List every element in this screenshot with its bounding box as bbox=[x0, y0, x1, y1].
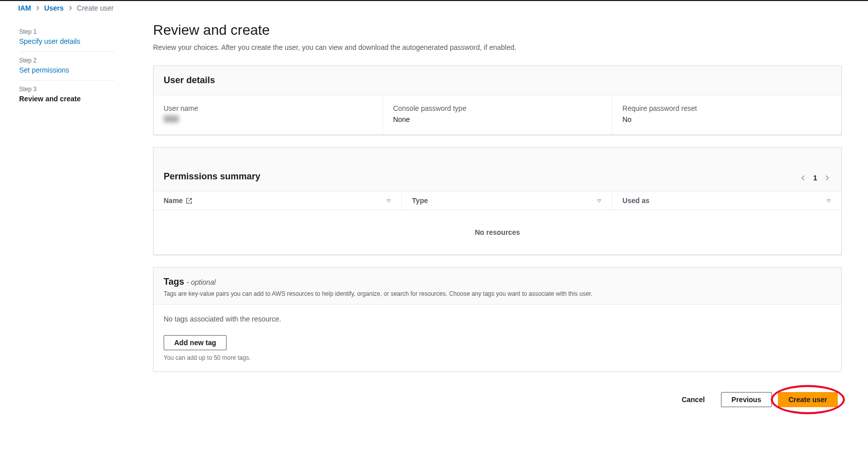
detail-label: User name bbox=[164, 104, 373, 112]
breadcrumb-current: Create user bbox=[77, 4, 114, 12]
tags-hint: You can add up to 50 more tags. bbox=[164, 354, 831, 361]
step-title: Set permissions bbox=[19, 66, 115, 74]
page-title: Review and create bbox=[153, 22, 842, 38]
tags-heading: Tags bbox=[164, 277, 184, 287]
page-subtitle: Review your choices. After you create th… bbox=[153, 43, 842, 51]
col-label: Name bbox=[164, 197, 183, 205]
sort-icon bbox=[826, 198, 831, 203]
col-label: Used as bbox=[622, 197, 649, 205]
require-reset-cell: Require password reset No bbox=[612, 95, 841, 135]
table-empty-message: No resources bbox=[154, 210, 841, 254]
col-used-as[interactable]: Used as bbox=[612, 191, 841, 210]
breadcrumb: IAM Users Create user bbox=[18, 4, 131, 23]
sidebar-step-3: Step 3 Review and create bbox=[19, 81, 115, 109]
chevron-right-icon bbox=[35, 6, 40, 11]
create-user-button[interactable]: Create user bbox=[778, 392, 838, 407]
panel-title: User details bbox=[164, 75, 831, 86]
breadcrumb-iam[interactable]: IAM bbox=[18, 4, 31, 12]
tags-empty-message: No tags associated with the resource. bbox=[164, 315, 831, 323]
step-title: Review and create bbox=[19, 95, 115, 103]
detail-label: Require password reset bbox=[622, 104, 831, 112]
panel-title: Tags - optional bbox=[164, 277, 831, 287]
sort-icon bbox=[386, 198, 391, 203]
permissions-table: Name Type bbox=[154, 191, 841, 254]
col-type[interactable]: Type bbox=[402, 191, 612, 210]
user-details-row: User name Console password type None Req… bbox=[154, 95, 841, 135]
user-name-value bbox=[164, 115, 179, 122]
page-wrapper: IAM Users Create user Step 1 Specify use… bbox=[0, 1, 868, 447]
sidebar-step-2[interactable]: Step 2 Set permissions bbox=[19, 52, 115, 81]
add-new-tag-button[interactable]: Add new tag bbox=[164, 335, 227, 350]
panel-header: Permissions summary 1 bbox=[154, 148, 841, 191]
user-name-cell: User name bbox=[154, 95, 383, 135]
tags-description: Tags are key-value pairs you can add to … bbox=[164, 290, 831, 297]
pagination-prev-icon[interactable] bbox=[799, 174, 807, 182]
chevron-right-icon bbox=[68, 6, 73, 11]
panel-title: Permissions summary bbox=[164, 171, 260, 182]
pagination-page: 1 bbox=[813, 174, 817, 182]
breadcrumb-users[interactable]: Users bbox=[44, 4, 64, 12]
step-label: Step 2 bbox=[19, 57, 115, 64]
step-label: Step 1 bbox=[19, 28, 115, 35]
detail-label: Console password type bbox=[393, 104, 602, 112]
col-name[interactable]: Name bbox=[154, 191, 402, 210]
sort-icon bbox=[597, 198, 602, 203]
step-label: Step 3 bbox=[19, 86, 115, 93]
sidebar-step-1[interactable]: Step 1 Specify user details bbox=[19, 23, 115, 52]
sidebar: IAM Users Create user Step 1 Specify use… bbox=[0, 3, 141, 427]
password-type-value: None bbox=[393, 115, 602, 123]
table-header-row: Name Type bbox=[154, 191, 841, 210]
panel-header: Tags - optional Tags are key-value pairs… bbox=[154, 268, 841, 305]
step-title: Specify user details bbox=[19, 37, 115, 45]
footer-actions: Cancel Previous Create user bbox=[153, 384, 842, 427]
pagination: 1 bbox=[799, 157, 831, 182]
col-label: Type bbox=[412, 197, 428, 205]
permissions-panel: Permissions summary 1 Name bbox=[153, 147, 842, 255]
user-details-panel: User details User name Console password … bbox=[153, 66, 842, 135]
require-reset-value: No bbox=[622, 115, 831, 123]
external-link-icon bbox=[186, 198, 192, 204]
tags-body: No tags associated with the resource. Ad… bbox=[154, 305, 841, 371]
tags-panel: Tags - optional Tags are key-value pairs… bbox=[153, 267, 842, 372]
panel-header: User details bbox=[154, 66, 841, 95]
previous-button[interactable]: Previous bbox=[721, 392, 772, 407]
password-type-cell: Console password type None bbox=[383, 95, 612, 135]
main-content: Review and create Review your choices. A… bbox=[141, 3, 856, 427]
cancel-button[interactable]: Cancel bbox=[672, 393, 715, 407]
pagination-next-icon[interactable] bbox=[823, 174, 831, 182]
optional-label: - optional bbox=[187, 278, 216, 286]
